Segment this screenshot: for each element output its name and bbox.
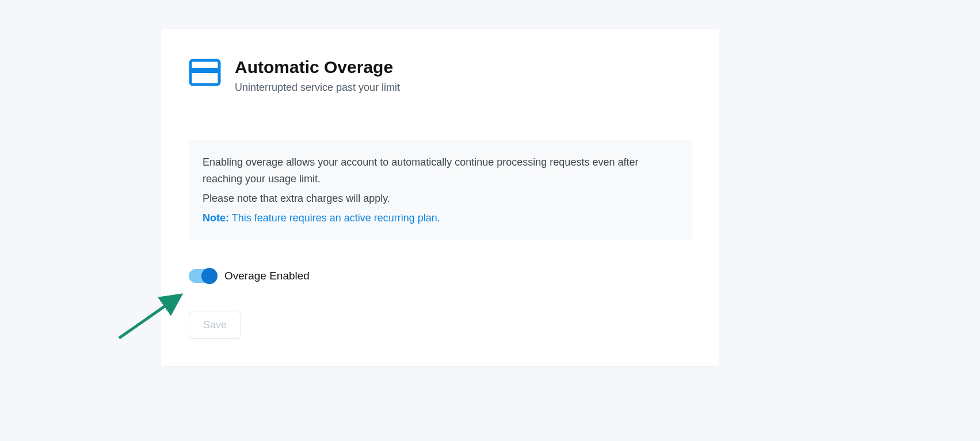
info-line-2: Please note that extra charges will appl… (203, 190, 678, 208)
svg-rect-1 (190, 68, 219, 73)
overage-toggle-row: Overage Enabled (189, 269, 692, 283)
settings-card: Automatic Overage Uninterrupted service … (161, 29, 719, 366)
info-box: Enabling overage allows your account to … (189, 140, 692, 241)
save-button[interactable]: Save (189, 312, 241, 339)
info-note: Note: This feature requires an active re… (203, 210, 678, 227)
info-line-1: Enabling overage allows your account to … (203, 154, 678, 188)
page-subtitle: Uninterrupted service past your limit (235, 82, 400, 94)
note-label: Note: (203, 212, 229, 224)
header-text-block: Automatic Overage Uninterrupted service … (235, 56, 400, 94)
credit-card-icon (189, 59, 221, 89)
overage-toggle[interactable] (189, 269, 216, 283)
overage-toggle-label: Overage Enabled (224, 270, 310, 282)
card-header: Automatic Overage Uninterrupted service … (189, 56, 692, 117)
note-text: This feature requires an active recurrin… (229, 212, 440, 224)
page-title: Automatic Overage (235, 56, 400, 78)
toggle-knob (201, 268, 218, 284)
